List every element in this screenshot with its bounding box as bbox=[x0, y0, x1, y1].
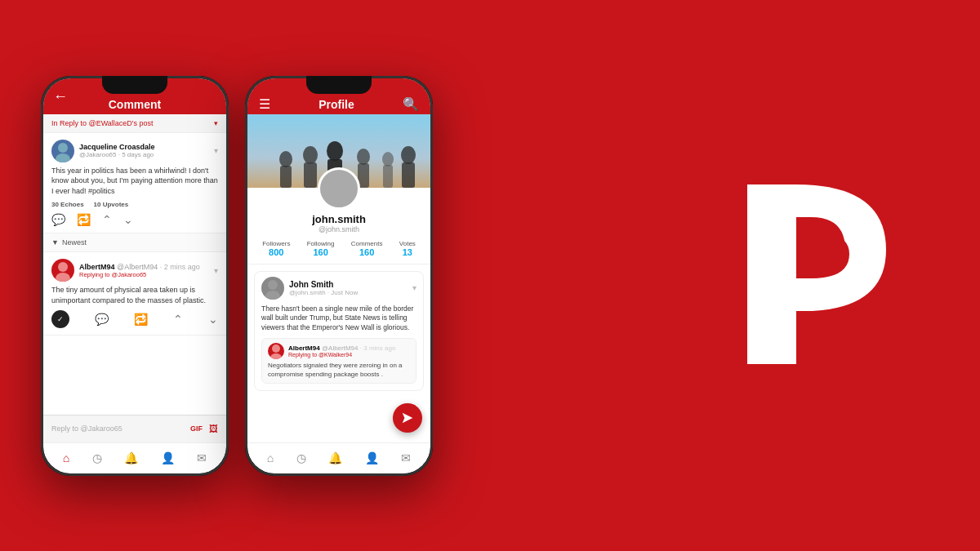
home-nav-icon[interactable]: ⌂ bbox=[63, 451, 69, 464]
avatar-albert-nested bbox=[268, 343, 284, 359]
svg-point-21 bbox=[272, 344, 280, 353]
post-chevron-icon[interactable]: ▾ bbox=[412, 283, 416, 292]
chevron-down-icon[interactable]: ▾ bbox=[214, 119, 218, 127]
svg-point-9 bbox=[327, 141, 343, 161]
mail-nav-icon[interactable]: ✉ bbox=[197, 451, 207, 464]
reply-comment-text: The tiny amount of physical area taken u… bbox=[51, 285, 218, 305]
chevron-down-icon-2[interactable]: ▾ bbox=[214, 266, 218, 275]
bell-nav-icon-2[interactable]: 🔔 bbox=[328, 451, 342, 464]
bottom-nav-2: ⌂ ◷ 🔔 👤 ✉ bbox=[247, 442, 430, 473]
replying-to: Replying to @Jakaroo65 bbox=[79, 271, 209, 278]
upvote-icon[interactable]: ⌃ bbox=[102, 213, 112, 226]
image-icon[interactable]: 🖼 bbox=[209, 424, 218, 433]
repost-icon-2[interactable]: 🔁 bbox=[134, 313, 148, 326]
fab-button[interactable] bbox=[393, 403, 422, 433]
svg-point-2 bbox=[58, 262, 68, 272]
followers-label: Followers bbox=[262, 240, 290, 247]
chevron-down-icon[interactable]: ▾ bbox=[214, 146, 218, 155]
reply-input-bar: Reply to @Jakaroo65 GIF 🖼 bbox=[43, 415, 226, 442]
post-user-name: John Smith bbox=[289, 280, 408, 289]
followers-stat: Followers 800 bbox=[262, 240, 290, 257]
following-label: Following bbox=[307, 240, 335, 247]
comment-title: Comment bbox=[109, 98, 162, 111]
reply-banner: In Reply to @EWallaceD's post ▾ bbox=[43, 114, 226, 133]
comment-user-name: Jacqueline Croasdale bbox=[79, 143, 209, 151]
reply-banner-text: In Reply to @EWallaceD's post bbox=[51, 119, 154, 127]
notch-2 bbox=[306, 76, 372, 94]
votes-label: Votes bbox=[399, 240, 416, 247]
svg-point-20 bbox=[265, 291, 280, 300]
svg-point-19 bbox=[268, 280, 278, 290]
nested-reply-card: AlbertM94 @AlbertM94 · 3 mins ago Replyi… bbox=[261, 338, 416, 384]
more-options-button[interactable]: ✓ bbox=[51, 310, 69, 328]
svg-point-0 bbox=[58, 143, 68, 153]
reply-icon[interactable]: 💬 bbox=[51, 213, 65, 226]
downvote-icon-2[interactable]: ⌄ bbox=[208, 313, 218, 326]
post-user-meta: @john.smith · Just Now bbox=[289, 289, 408, 296]
profile-avatar-container bbox=[247, 167, 430, 210]
phone-comment: ← Comment In Reply to @EWallaceD's post … bbox=[41, 76, 229, 476]
bottom-nav-1: ⌂ ◷ 🔔 👤 ✉ bbox=[43, 442, 226, 473]
following-stat: Following 160 bbox=[307, 240, 335, 257]
upvote-icon-2[interactable]: ⌃ bbox=[173, 313, 183, 326]
avatar-albert bbox=[51, 259, 74, 282]
svg-point-1 bbox=[56, 153, 70, 162]
screen-profile: ☰ Profile 🔍 bbox=[247, 78, 430, 473]
comments-value: 160 bbox=[351, 247, 383, 257]
post-text: There hasn't been a single new mile of t… bbox=[255, 304, 423, 339]
svg-point-18 bbox=[326, 191, 352, 209]
reply-actions: ✓ 💬 🔁 ⌃ ⌄ bbox=[51, 310, 218, 328]
filter-label: Newest bbox=[62, 238, 87, 247]
avatar-john bbox=[261, 277, 284, 300]
upvotes-count: 10 Upvotes bbox=[94, 201, 129, 208]
svg-point-7 bbox=[303, 146, 318, 164]
nested-reply-text: Negotiators signaled they were zeroing i… bbox=[268, 362, 410, 379]
filter-row: ▼ Newest bbox=[43, 233, 226, 252]
downvote-icon[interactable]: ⌄ bbox=[123, 213, 133, 226]
svg-point-3 bbox=[56, 273, 70, 282]
search-icon[interactable]: 🔍 bbox=[403, 96, 419, 112]
mail-nav-icon-2[interactable]: ✉ bbox=[401, 451, 411, 464]
profile-avatar bbox=[318, 167, 360, 210]
nested-replying-to: Replying to @KWalker94 bbox=[288, 352, 395, 358]
svg-point-11 bbox=[357, 149, 370, 165]
parler-logo bbox=[723, 168, 935, 384]
svg-point-17 bbox=[330, 174, 347, 191]
following-value: 160 bbox=[307, 247, 335, 257]
home-nav-icon-2[interactable]: ⌂ bbox=[267, 451, 274, 464]
comments-stat: Comments 160 bbox=[351, 240, 383, 257]
votes-value: 13 bbox=[399, 247, 416, 257]
clock-nav-icon[interactable]: ◷ bbox=[92, 451, 102, 464]
clock-nav-icon-2[interactable]: ◷ bbox=[296, 451, 306, 464]
profile-stats: Followers 800 Following 160 Comments 160… bbox=[247, 240, 430, 264]
comment-actions: 💬 🔁 ⌃ ⌄ bbox=[51, 213, 218, 226]
comments-label: Comments bbox=[351, 240, 383, 247]
gif-button[interactable]: GIF bbox=[190, 424, 203, 433]
svg-point-15 bbox=[401, 146, 416, 164]
reply-icon-2[interactable]: 💬 bbox=[95, 313, 109, 326]
followers-value: 800 bbox=[262, 247, 290, 257]
person-nav-icon-2[interactable]: 👤 bbox=[365, 451, 379, 464]
svg-point-5 bbox=[279, 151, 292, 167]
svg-point-13 bbox=[382, 152, 394, 167]
profile-display-name: john.smith bbox=[247, 213, 430, 225]
repost-icon[interactable]: 🔁 bbox=[77, 213, 91, 226]
reply-placeholder[interactable]: Reply to @Jakaroo65 bbox=[51, 424, 184, 433]
comment-user-meta: @Jakaroo65 · 5 days ago bbox=[79, 151, 209, 158]
svg-point-22 bbox=[270, 353, 282, 359]
post-card: John Smith @john.smith · Just Now ▾ Ther… bbox=[254, 271, 424, 391]
comment-text: This year in politics has been a whirlwi… bbox=[51, 166, 218, 197]
notch-1 bbox=[102, 76, 167, 94]
phone-profile: ☰ Profile 🔍 bbox=[245, 76, 433, 476]
profile-handle: @john.smith bbox=[247, 225, 430, 233]
bell-nav-icon[interactable]: 🔔 bbox=[124, 451, 138, 464]
nested-reply-user: AlbertM94 @AlbertM94 · 3 mins ago bbox=[288, 344, 395, 352]
menu-icon[interactable]: ☰ bbox=[259, 96, 270, 112]
screen-comment: ← Comment In Reply to @EWallaceD's post … bbox=[43, 78, 226, 473]
filter-icon: ▼ bbox=[51, 238, 59, 247]
person-nav-icon[interactable]: 👤 bbox=[161, 451, 175, 464]
echoes-count: 30 Echoes bbox=[51, 201, 84, 208]
back-button[interactable]: ← bbox=[53, 87, 68, 104]
reply-comment-card: AlbertM94 @AlbertM94 · 2 mins ago Replyi… bbox=[43, 252, 226, 335]
main-comment-card: Jacqueline Croasdale @Jakaroo65 · 5 days… bbox=[43, 133, 226, 234]
